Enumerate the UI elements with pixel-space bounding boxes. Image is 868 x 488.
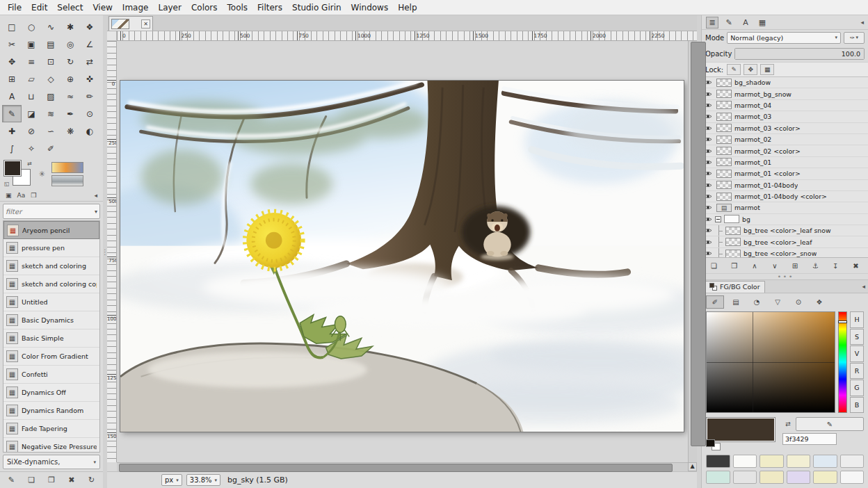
menu-item[interactable]: Layer (153, 1, 186, 15)
vertical-scrollbar-thumb[interactable] (691, 42, 706, 446)
dynamics-item[interactable]: ▦ Negative Size Pressure (3, 438, 99, 453)
select-by-color-tool[interactable]: ❖ (80, 18, 99, 35)
palette-swatch[interactable] (760, 471, 784, 484)
measure-tool[interactable]: ∠ (80, 35, 99, 53)
hex-color-input[interactable] (782, 433, 837, 445)
menu-item[interactable]: Colors (186, 1, 223, 15)
zoom-tool[interactable]: ◎ (61, 35, 80, 53)
layer-row[interactable]: ▤ marmot_01-04body (702, 180, 868, 191)
new-layer-button[interactable]: ❏ (707, 259, 722, 272)
fg-bg-colors[interactable]: ⇄ ◱ (4, 161, 32, 187)
anchor-layer-button[interactable]: ⚓ (807, 259, 823, 272)
dynamics-item[interactable]: ▦ pressure pen (3, 239, 99, 257)
scale-tool[interactable]: ⊞ (2, 70, 22, 88)
layer-name[interactable]: bg_tree <color>_snow (744, 250, 817, 257)
perspective-clone-tool[interactable]: ⊘ (22, 122, 41, 140)
channel-button[interactable]: H (850, 311, 864, 328)
lock-alpha-toggle[interactable]: ▦ (760, 64, 774, 75)
canvas-viewport[interactable] (117, 41, 688, 462)
airbrush-tool[interactable]: ≋ (41, 105, 61, 122)
tab-wheel-selector[interactable]: ▽ (769, 295, 787, 309)
lock-position-toggle[interactable]: ✥ (744, 64, 757, 75)
dock-tab-patterns[interactable]: ▦ (756, 17, 769, 29)
canvas-image[interactable] (120, 81, 684, 432)
edit-dynamics-button[interactable]: ✎ (4, 474, 18, 487)
layer-name[interactable]: marmot_04 (734, 101, 771, 109)
menu-item[interactable]: Select (52, 1, 88, 15)
heal-tool[interactable]: ✚ (2, 122, 22, 140)
free-select-tool[interactable]: ∿ (41, 18, 61, 35)
navigation-button[interactable]: ▲ (688, 462, 697, 471)
layer-thumbnail[interactable] (716, 181, 732, 189)
mypaint-brush-tool[interactable]: ✐ (41, 140, 61, 157)
horizontal-scrollbar[interactable] (117, 462, 688, 471)
layer-thumbnail[interactable] (716, 193, 732, 201)
saturation-value-square[interactable] (706, 311, 835, 413)
channel-button[interactable]: S (850, 329, 864, 345)
dynamics-item[interactable]: ▦ Color From Gradient (3, 348, 99, 366)
crop-tool[interactable]: ▤ (41, 35, 61, 53)
palette-swatch[interactable] (813, 455, 837, 468)
layer-name[interactable]: bg (742, 215, 750, 223)
default-colors-icon[interactable]: ◱ (4, 181, 10, 187)
fg-bg-mini-swatch[interactable] (706, 439, 724, 450)
menu-item[interactable]: File (3, 1, 26, 15)
palette-swatch[interactable] (840, 471, 865, 484)
palette-swatch[interactable] (813, 471, 837, 484)
layer-row[interactable]: ▤ marmot_01 (702, 157, 868, 168)
color-picker-tool[interactable]: ✧ (22, 140, 41, 157)
warp-transform-tool[interactable]: ≈ (61, 88, 80, 105)
eraser-tool[interactable]: ◪ (22, 105, 41, 122)
new-group-button[interactable]: ❐ (727, 259, 742, 272)
close-icon[interactable]: ✕ (141, 19, 150, 29)
layer-thumbnail[interactable] (725, 227, 741, 235)
palette-swatch[interactable] (840, 455, 865, 468)
layer-thumbnail[interactable] (716, 158, 732, 166)
layer-row[interactable]: ▤ marmot_03 (702, 111, 868, 122)
dock-tab-fonts[interactable]: A (739, 17, 752, 29)
dock-collapse-icon[interactable]: ◂ (94, 192, 97, 199)
shear-tool[interactable]: ▱ (22, 70, 41, 88)
text-tool[interactable]: A (2, 88, 22, 105)
layer-thumbnail[interactable] (716, 136, 732, 144)
layer-row[interactable]: ▤ marmot (702, 202, 868, 213)
layer-name[interactable]: marmot_01-04body <color> (734, 193, 827, 200)
gradient-thumbnail[interactable] (51, 162, 83, 173)
rectangle-select-tool[interactable]: □ (2, 18, 22, 35)
dock-splitter[interactable]: • • • (702, 273, 868, 279)
dynamics-item[interactable]: ▦ Dynamics Off (3, 384, 99, 402)
tab-palette-selector[interactable]: ❖ (810, 295, 828, 309)
layer-name[interactable]: marmot_03 (734, 113, 771, 120)
layer-row[interactable]: ▤ bg_tree <color>_leaf (702, 236, 868, 247)
dynamics-item[interactable]: ▦ Fade Tapering (3, 420, 99, 438)
layer-thumbnail[interactable] (716, 90, 732, 98)
mode-select[interactable]: Normal (legacy) ▾ (727, 32, 841, 44)
align-tool[interactable]: ≡ (22, 53, 41, 70)
swap-colors-icon[interactable]: ⇄ (27, 161, 32, 167)
layer-row[interactable]: ▤ marmot_02 (702, 134, 868, 145)
horizontal-scrollbar-thumb[interactable] (119, 464, 673, 472)
ruler-corner[interactable] (107, 31, 117, 41)
dynamics-preset-select[interactable]: SiXe-dynamics, ▾ (3, 455, 100, 469)
merge-down-button[interactable]: ↧ (828, 259, 843, 272)
ellipse-select-tool[interactable]: ○ (22, 18, 41, 35)
foreground-color-swatch[interactable] (4, 161, 21, 176)
clone-tool[interactable]: ⊙ (80, 105, 99, 122)
group-expander[interactable] (715, 216, 721, 222)
channel-button[interactable]: B (850, 397, 864, 414)
horizontal-ruler[interactable]: 02505007501000125015001750200022502500 (117, 31, 697, 41)
layer-row[interactable]: ▤ marmot_03 <color> (702, 123, 868, 134)
fg-bg-color-tab[interactable]: FG/BG Color (705, 281, 765, 293)
zoom-select[interactable]: 33.8% ▾ (186, 474, 220, 486)
image-tab[interactable]: ✕ (108, 16, 153, 31)
vertical-ruler[interactable]: 0250500750100012501500 (107, 41, 117, 462)
new-dynamics-button[interactable]: ❏ (24, 474, 38, 487)
layer-row[interactable]: ▤ marmot_02 <color> (702, 145, 868, 156)
perspective-tool[interactable]: ◇ (41, 70, 61, 88)
delete-layer-button[interactable]: ✖ (848, 259, 863, 272)
chevron-down-icon[interactable]: ▾ (95, 209, 97, 215)
dynamics-item[interactable]: ▦ Confetti (3, 366, 99, 384)
duplicate-layer-button[interactable]: ⊞ (787, 259, 803, 272)
opacity-slider[interactable]: 100.0 (734, 48, 865, 60)
layer-thumbnail[interactable] (716, 124, 732, 132)
